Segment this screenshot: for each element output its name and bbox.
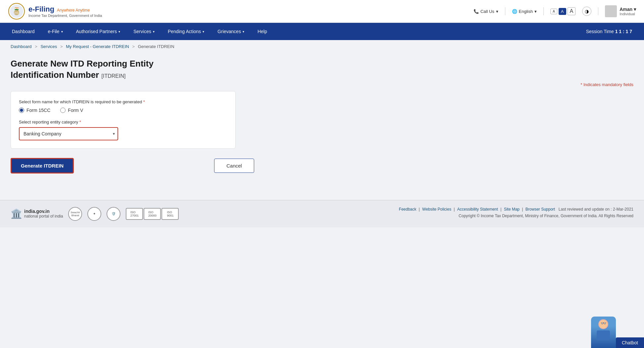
logo-efiling: e-Filing Anywhere Anytime — [28, 5, 102, 14]
gov-logo: 🏛️ india.gov.in national portal of india — [11, 208, 63, 219]
footer: 🏛️ india.gov.in national portal of india… — [0, 200, 644, 227]
radio-formv-label: Form V — [68, 108, 83, 113]
footer-copyright: Copyright © Income Tax Department, Minis… — [189, 214, 633, 218]
logo-area: 🇮🇳 ITD e-Filing Anywhere Anytime Income … — [8, 3, 102, 20]
chevron-down-icon: ▾ — [243, 30, 244, 33]
breadcrumb-separator: > — [60, 44, 64, 49]
logo-text: e-Filing Anywhere Anytime Income Tax Dep… — [28, 5, 102, 18]
language-selector[interactable]: 🌐 English ▾ — [512, 9, 537, 14]
font-controls: A A A — [550, 7, 575, 15]
breadcrumb-services[interactable]: Services — [40, 44, 57, 49]
user-info: Aman ▾ Individual — [620, 7, 636, 16]
gov-emblem-icon: 🏛️ — [11, 208, 22, 219]
contrast-toggle-button[interactable]: ◑ — [582, 7, 591, 16]
svg-text:ITD: ITD — [15, 12, 19, 15]
nav-grievances[interactable]: Grievances ▾ — [211, 23, 251, 40]
footer-links: Feedback | Website Policies | Accessibil… — [189, 207, 633, 218]
mandatory-note: * Indicates mandatory fields — [11, 82, 633, 87]
session-time: Session Time 1 1 : 1 7 — [579, 23, 639, 40]
user-name: Aman ▾ — [620, 7, 636, 12]
footer-gov-subtitle: national portal of india — [24, 214, 63, 219]
logo-subtitle: Income Tax Department, Government of Ind… — [28, 14, 102, 18]
select-form-label: Select form name for which ITDREIN is re… — [19, 99, 227, 104]
radio-form15cc[interactable]: Form 15CC — [19, 108, 50, 113]
button-row: Generate ITDREIN Cancel — [11, 158, 633, 174]
chevron-down-icon: ▾ — [496, 9, 498, 14]
page-title: Generate New ITD Reporting Entity Identi… — [11, 58, 633, 81]
badge-intrust: ✦ — [87, 207, 101, 221]
cancel-button[interactable]: Cancel — [214, 159, 254, 173]
font-small-button[interactable]: A — [550, 9, 557, 14]
radio-formv-input[interactable] — [60, 108, 66, 113]
call-us-button[interactable]: 📞 Call Us ▾ — [474, 9, 498, 14]
nav-efile[interactable]: e-File ▾ — [41, 23, 69, 40]
chevron-down-icon: ▾ — [153, 30, 155, 33]
nav-services[interactable]: Services ▾ — [127, 23, 161, 40]
breadcrumb-current: Generate ITDREIN — [138, 44, 174, 49]
globe-icon: 🌐 — [512, 9, 517, 14]
chevron-down-icon: ▾ — [534, 9, 537, 14]
nav-authorised-partners[interactable]: Authorised Partners ▾ — [69, 23, 127, 40]
header-right: 📞 Call Us ▾ 🌐 English ▾ A A A ◑ Aman ▾ I… — [474, 5, 636, 17]
iso-badges: ISO27001 ISO20000 ISO9001 — [126, 208, 179, 220]
user-role: Individual — [620, 12, 636, 16]
badge-iso2: ISO20000 — [144, 208, 161, 220]
main-content: Generate New ITD Reporting Entity Identi… — [0, 53, 644, 187]
badge-cert1: 🛡️ — [107, 207, 120, 221]
select-wrapper: Banking Company Insurance Company Mutual… — [19, 127, 118, 140]
font-large-button[interactable]: A — [568, 7, 576, 15]
footer-inner: 🏛️ india.gov.in national portal of india… — [11, 207, 633, 221]
chevron-down-icon: ▾ — [118, 30, 120, 33]
generate-itdrein-button[interactable]: Generate ITDREIN — [11, 158, 74, 174]
required-star: * — [79, 120, 81, 124]
font-medium-button[interactable]: A — [559, 8, 566, 15]
user-area[interactable]: Aman ▾ Individual — [605, 5, 636, 17]
select-category-label: Select reporting entity category * — [19, 120, 227, 124]
badge-iso1: ISO27001 — [126, 208, 143, 220]
footer-browser-link[interactable]: Browser Support — [526, 207, 555, 212]
divider — [543, 7, 544, 15]
phone-icon: 📞 — [474, 9, 479, 14]
footer-accessibility-link[interactable]: Accessibility Statement — [457, 207, 498, 212]
radio-group: Form 15CC Form V — [19, 108, 227, 113]
chevron-down-icon: ▾ — [203, 30, 204, 33]
nav-pending-actions[interactable]: Pending Actions ▾ — [161, 23, 211, 40]
entity-category-select[interactable]: Banking Company Insurance Company Mutual… — [19, 127, 118, 140]
radio-form15cc-label: Form 15CC — [26, 108, 50, 113]
footer-feedback-link[interactable]: Feedback — [399, 207, 416, 212]
chevron-down-icon: ▾ — [61, 30, 63, 33]
breadcrumb-separator: > — [132, 44, 136, 49]
radio-formv[interactable]: Form V — [60, 108, 83, 113]
breadcrumb: Dashboard > Services > My Request - Gene… — [0, 40, 644, 53]
nav-dashboard[interactable]: Dashboard — [5, 23, 41, 40]
page-title-tag: [ITDREIN] — [101, 73, 125, 79]
breadcrumb-dashboard[interactable]: Dashboard — [11, 44, 32, 49]
footer-logos: 🏛️ india.gov.in national portal of india… — [11, 207, 179, 221]
footer-sitemap-link[interactable]: Site Map — [504, 207, 520, 212]
breadcrumb-my-request[interactable]: My Request - Generate ITDREIN — [66, 44, 129, 49]
badge-swachh: SwachhBharat — [68, 207, 82, 221]
header: 🇮🇳 ITD e-Filing Anywhere Anytime Income … — [0, 0, 644, 23]
footer-gov-name: india.gov.in — [24, 209, 63, 214]
nav-help[interactable]: Help — [251, 23, 274, 40]
navbar: Dashboard e-File ▾ Authorised Partners ▾… — [0, 23, 644, 40]
footer-last-reviewed: Last reviewed and update on : 2-Mar-2021 — [559, 207, 633, 212]
radio-form15cc-input[interactable] — [19, 108, 24, 113]
badge-iso3: ISO9001 — [161, 208, 179, 220]
avatar — [605, 5, 617, 17]
breadcrumb-separator: > — [35, 44, 38, 49]
divider — [505, 7, 505, 15]
emblem-icon: 🇮🇳 ITD — [8, 3, 25, 20]
footer-policies-link[interactable]: Website Policies — [422, 207, 451, 212]
footer-links-row: Feedback | Website Policies | Accessibil… — [189, 207, 633, 212]
divider — [598, 7, 598, 15]
required-star: * — [143, 99, 145, 104]
form-box: Select form name for which ITDREIN is re… — [11, 91, 236, 149]
